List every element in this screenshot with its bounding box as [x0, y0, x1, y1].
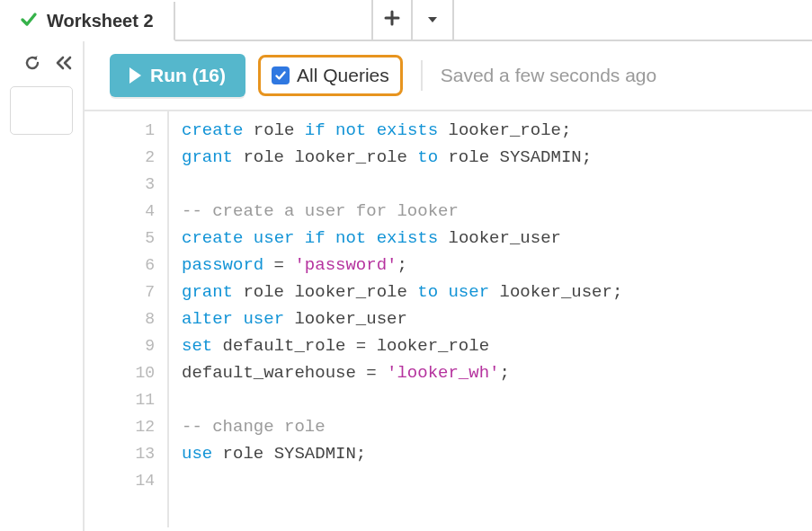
toolbar-divider — [421, 60, 423, 91]
toolbar: Run (16) All Queries Saved a few seconds… — [85, 41, 812, 110]
side-panel-box — [10, 86, 73, 135]
code-line — [182, 467, 812, 494]
line-number: 13 — [85, 440, 155, 467]
refresh-icon[interactable] — [23, 54, 41, 72]
code-line: grant role looker_role to role SYSADMIN; — [182, 144, 812, 171]
code-line: default_warehouse = 'looker_wh'; — [182, 359, 812, 386]
line-gutter: 1234567891011121314 — [85, 111, 167, 527]
code-line — [182, 386, 812, 413]
run-count: (16) — [192, 65, 226, 85]
line-number: 12 — [85, 413, 155, 440]
tab-label: Worksheet 2 — [47, 11, 154, 31]
plus-icon — [384, 10, 400, 31]
collapse-icon[interactable] — [54, 54, 74, 72]
code-line: use role SYSADMIN; — [182, 440, 812, 467]
tab-menu-button[interactable] — [413, 0, 454, 40]
line-number: 7 — [85, 279, 155, 305]
code-line: password = 'password'; — [182, 252, 812, 279]
line-number: 6 — [85, 252, 155, 279]
checkbox-checked-icon — [272, 66, 290, 84]
line-number: 11 — [85, 386, 155, 413]
code-line: -- change role — [182, 413, 812, 440]
caret-down-icon — [426, 10, 439, 31]
line-number: 3 — [85, 171, 155, 198]
run-button[interactable]: Run (16) — [110, 54, 245, 97]
side-panel — [0, 41, 85, 531]
line-number: 14 — [85, 467, 155, 494]
code-line: alter user looker_user — [182, 305, 812, 332]
run-label: Run — [150, 65, 187, 85]
check-icon — [20, 11, 38, 31]
tab-worksheet[interactable]: Worksheet 2 — [0, 2, 175, 41]
code-line — [182, 171, 812, 198]
all-queries-toggle[interactable]: All Queries — [258, 55, 403, 96]
tab-spacer — [175, 2, 371, 41]
play-icon — [129, 67, 141, 84]
save-status: Saved a few seconds ago — [441, 65, 657, 86]
line-number: 5 — [85, 225, 155, 252]
code-line: set default_role = looker_role — [182, 332, 812, 359]
line-number: 2 — [85, 144, 155, 171]
line-number: 8 — [85, 305, 155, 332]
tab-bar: Worksheet 2 — [0, 0, 812, 41]
line-number: 10 — [85, 359, 155, 386]
code-line: create role if not exists looker_role; — [182, 117, 812, 144]
code-line: create user if not exists looker_user — [182, 225, 812, 252]
code-area[interactable]: create role if not exists looker_role;gr… — [167, 111, 812, 527]
code-line: -- create a user for looker — [182, 198, 812, 225]
new-tab-button[interactable] — [371, 0, 413, 40]
code-line: grant role looker_role to user looker_us… — [182, 279, 812, 305]
sql-editor[interactable]: 1234567891011121314 create role if not e… — [85, 110, 812, 527]
all-queries-label: All Queries — [297, 65, 389, 86]
line-number: 1 — [85, 117, 155, 144]
line-number: 9 — [85, 332, 155, 359]
line-number: 4 — [85, 198, 155, 225]
